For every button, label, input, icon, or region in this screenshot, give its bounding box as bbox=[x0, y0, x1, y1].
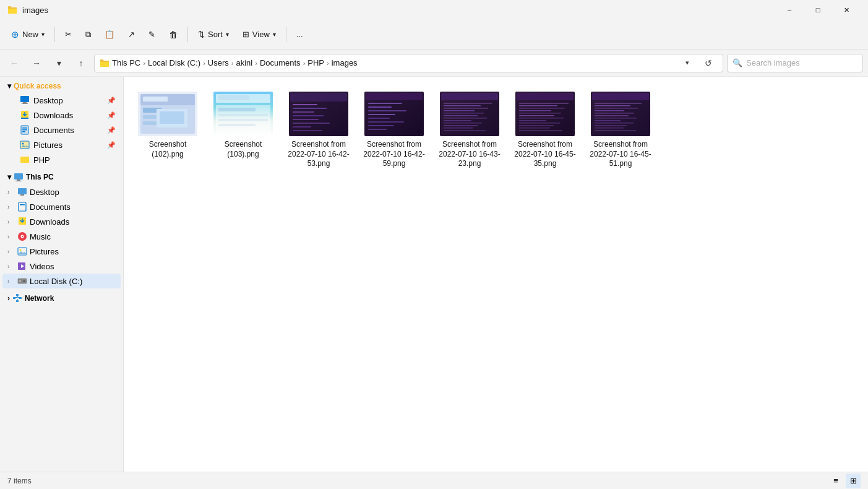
this-pc-label: This PC bbox=[26, 173, 54, 181]
breadcrumb-akinl[interactable]: akinl bbox=[236, 58, 252, 67]
svg-rect-115 bbox=[595, 113, 634, 114]
share-icon: ↗ bbox=[128, 30, 135, 39]
thumb-svg-dark5 bbox=[591, 92, 650, 136]
maximize-button[interactable]: □ bbox=[804, 0, 832, 20]
more-button[interactable]: ... bbox=[290, 24, 309, 45]
quick-access-header[interactable]: ▾ Quick access bbox=[2, 79, 121, 93]
svg-rect-87 bbox=[444, 113, 484, 114]
svg-rect-21 bbox=[20, 194, 24, 196]
pin-pictures-icon: 📌 bbox=[107, 141, 116, 149]
sidebar-item-php-qa[interactable]: PHP bbox=[2, 152, 121, 167]
share-button[interactable]: ↗ bbox=[122, 24, 141, 45]
up-button[interactable]: ↑ bbox=[72, 54, 90, 72]
svg-rect-117 bbox=[595, 118, 637, 119]
rename-button[interactable]: ✎ bbox=[142, 24, 161, 45]
breadcrumb-images[interactable]: images bbox=[332, 58, 358, 67]
sidebar-item-documents-qa[interactable]: Documents 📌 bbox=[2, 123, 121, 137]
svg-rect-112 bbox=[595, 105, 630, 106]
delete-icon: 🗑 bbox=[169, 30, 178, 40]
file-item-screenshot103[interactable]: Screenshot (103).png bbox=[209, 87, 277, 174]
titlebar-left: images bbox=[7, 5, 48, 15]
svg-rect-68 bbox=[293, 123, 330, 124]
network-icon bbox=[12, 293, 22, 303]
sidebar-item-music-pc[interactable]: › Music bbox=[2, 229, 121, 244]
files-grid: Screenshot (102).png bbox=[134, 87, 858, 174]
this-pc-header[interactable]: ▾ This PC bbox=[2, 170, 121, 184]
network-section: › Network bbox=[0, 291, 123, 306]
rename-icon: ✎ bbox=[148, 30, 155, 39]
file-item-screenshot-5[interactable]: Screenshot from 2022-07-10 16-45-51.png bbox=[587, 87, 655, 174]
sort-button[interactable]: ⇅ Sort ▾ bbox=[192, 24, 235, 45]
svg-rect-57 bbox=[218, 108, 256, 111]
breadcrumb-dropdown-button[interactable]: ▾ bbox=[678, 54, 697, 72]
view-icon: ⊞ bbox=[243, 30, 249, 39]
file-item-screenshot-3[interactable]: Screenshot from 2022-07-10 16-43-23.png bbox=[436, 87, 504, 174]
breadcrumb-documents[interactable]: Documents bbox=[260, 58, 301, 67]
recent-button[interactable]: ▾ bbox=[49, 54, 68, 72]
close-button[interactable]: ✕ bbox=[832, 0, 861, 20]
file-item-screenshot-2[interactable]: Screenshot from 2022-07-10 16-42-59.png bbox=[360, 87, 428, 174]
sidebar-item-pictures-qa[interactable]: Pictures 📌 bbox=[2, 137, 121, 152]
sidebar-item-desktop-pc[interactable]: › Desktop bbox=[2, 184, 121, 199]
breadcrumb-users[interactable]: Users bbox=[208, 58, 229, 67]
forward-icon: → bbox=[32, 58, 41, 68]
new-arrow-icon: ▾ bbox=[41, 31, 45, 38]
svg-rect-120 bbox=[595, 125, 627, 126]
thumb-svg-103 bbox=[213, 92, 273, 136]
sidebar-item-documents-pc[interactable]: › Documents bbox=[2, 199, 121, 214]
list-view-button[interactable]: ≡ bbox=[828, 474, 843, 488]
file-name-dark3: Screenshot from 2022-07-10 16-43-23.png bbox=[439, 140, 501, 169]
copy-button[interactable]: ⧉ bbox=[79, 24, 97, 45]
addressbar-folder-icon bbox=[100, 58, 110, 68]
svg-rect-103 bbox=[519, 118, 564, 119]
file-name-dark2: Screenshot from 2022-07-10 16-42-59.png bbox=[363, 140, 425, 169]
pictures-qa-label: Pictures bbox=[33, 141, 62, 150]
cut-button[interactable]: ✂ bbox=[59, 24, 78, 45]
svg-rect-73 bbox=[368, 103, 402, 104]
breadcrumb-localdisk[interactable]: Local Disk (C:) bbox=[148, 58, 200, 67]
svg-rect-70 bbox=[293, 130, 322, 131]
paste-button[interactable]: 📋 bbox=[98, 24, 121, 45]
pin-documents-icon: 📌 bbox=[107, 126, 116, 134]
expand-videos-icon: › bbox=[7, 263, 15, 270]
sidebar-item-videos-pc[interactable]: › Videos bbox=[2, 259, 121, 274]
addressbar[interactable]: This PC › Local Disk (C:) › Users › akin… bbox=[94, 54, 723, 72]
statusbar-view-controls: ≡ ⊞ bbox=[828, 474, 861, 488]
sidebar-item-downloads-pc[interactable]: › Downloads bbox=[2, 214, 121, 229]
minimize-button[interactable]: – bbox=[775, 0, 804, 20]
breadcrumb-thispc[interactable]: This PC bbox=[112, 58, 140, 67]
svg-rect-98 bbox=[519, 105, 557, 106]
network-header[interactable]: › Network bbox=[2, 291, 121, 306]
file-item-screenshot-1[interactable]: Screenshot from 2022-07-10 16-42-53.png bbox=[285, 87, 353, 174]
thumb-svg-dark3 bbox=[440, 92, 499, 136]
searchbar[interactable]: 🔍 Search images bbox=[727, 54, 863, 72]
sidebar-item-desktop-qa[interactable]: Desktop 📌 bbox=[2, 93, 121, 108]
addressbar-row: ← → ▾ ↑ This PC › Local Disk (C:) › User… bbox=[0, 50, 868, 77]
back-button[interactable]: ← bbox=[5, 54, 24, 72]
new-button[interactable]: ⊕ New ▾ bbox=[5, 24, 51, 45]
grid-view-button[interactable]: ⊞ bbox=[846, 474, 861, 488]
file-thumbnail-dark-5 bbox=[591, 92, 650, 136]
sidebar-item-downloads-qa[interactable]: Downloads 📌 bbox=[2, 108, 121, 123]
delete-button[interactable]: 🗑 bbox=[163, 24, 184, 45]
breadcrumb-php[interactable]: PHP bbox=[307, 58, 324, 67]
search-icon: 🔍 bbox=[733, 58, 742, 67]
file-item-screenshot102[interactable]: Screenshot (102).png bbox=[134, 87, 202, 174]
file-item-screenshot-4[interactable]: Screenshot from 2022-07-10 16-45-35.png bbox=[511, 87, 579, 174]
svg-rect-18 bbox=[17, 180, 20, 181]
view-button[interactable]: ⊞ View ▾ bbox=[236, 24, 282, 45]
sidebar-item-pictures-pc[interactable]: › Pictures bbox=[2, 244, 121, 259]
svg-rect-101 bbox=[519, 113, 561, 114]
window-title: images bbox=[22, 6, 48, 15]
folder-icon bbox=[7, 5, 17, 15]
sidebar-item-localdisk-pc[interactable]: › Local Disk (C:) bbox=[2, 274, 121, 288]
svg-rect-83 bbox=[444, 103, 492, 104]
refresh-button[interactable]: ↺ bbox=[699, 54, 718, 72]
file-thumbnail-103 bbox=[213, 92, 273, 136]
forward-button[interactable]: → bbox=[27, 54, 46, 72]
svg-rect-39 bbox=[16, 300, 19, 302]
file-name-dark4: Screenshot from 2022-07-10 16-45-35.png bbox=[514, 140, 576, 169]
sort-label: Sort bbox=[208, 30, 223, 39]
php-qa-icon bbox=[20, 155, 30, 165]
svg-rect-36 bbox=[16, 294, 19, 296]
